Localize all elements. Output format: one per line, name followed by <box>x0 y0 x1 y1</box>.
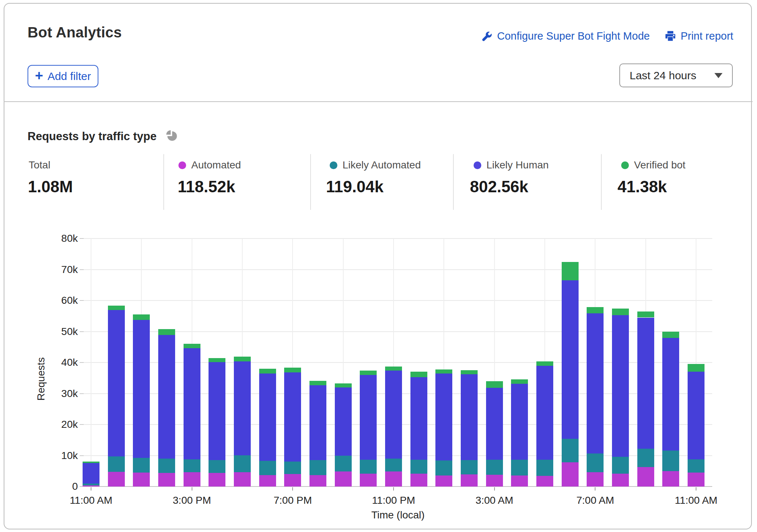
bar-segment-automated[interactable] <box>158 473 175 487</box>
stacked-bar-200pm[interactable] <box>158 329 175 487</box>
configure-super-bot-fight-mode-link[interactable]: Configure Super Bot Fight Mode <box>481 30 650 42</box>
bar-segment-likely-human[interactable] <box>309 385 326 460</box>
bar-segment-likely-automated[interactable] <box>587 453 604 472</box>
bar-segment-automated[interactable] <box>385 471 402 487</box>
stacked-bar-1200pm[interactable] <box>108 306 125 487</box>
bar-segment-automated[interactable] <box>284 474 301 487</box>
bar-segment-likely-human[interactable] <box>536 366 553 459</box>
bar-segment-likely-automated[interactable] <box>562 439 579 462</box>
bar-segment-likely-automated[interactable] <box>461 460 478 474</box>
bar-segment-automated[interactable] <box>612 474 629 487</box>
stacked-bar-700am[interactable] <box>587 307 604 487</box>
bar-segment-verified-bot[interactable] <box>385 367 402 371</box>
bar-segment-verified-bot[interactable] <box>284 368 301 373</box>
bar-segment-likely-automated[interactable] <box>83 484 99 485</box>
stacked-bar-1200am[interactable] <box>410 372 427 487</box>
bar-segment-automated[interactable] <box>108 472 125 487</box>
bar-segment-verified-bot[interactable] <box>360 371 377 375</box>
stacked-bar-1100am[interactable] <box>83 462 99 487</box>
bar-segment-verified-bot[interactable] <box>587 307 604 313</box>
bar-segment-verified-bot[interactable] <box>234 357 251 361</box>
bar-segment-automated[interactable] <box>486 475 503 487</box>
bar-segment-likely-human[interactable] <box>108 310 125 456</box>
bar-segment-automated[interactable] <box>587 472 604 487</box>
bar-segment-automated[interactable] <box>511 475 528 487</box>
bar-segment-likely-human[interactable] <box>486 388 503 459</box>
bar-segment-verified-bot[interactable] <box>158 329 175 335</box>
bar-segment-verified-bot[interactable] <box>184 344 200 348</box>
bar-segment-likely-human[interactable] <box>335 387 352 455</box>
bar-segment-verified-bot[interactable] <box>108 306 125 310</box>
bar-segment-likely-human[interactable] <box>662 338 679 451</box>
bar-segment-automated[interactable] <box>335 471 352 487</box>
add-filter-button[interactable]: + Add filter <box>28 65 98 87</box>
bar-segment-likely-human[interactable] <box>688 372 705 459</box>
bar-segment-likely-human[interactable] <box>360 375 377 460</box>
bar-segment-verified-bot[interactable] <box>536 361 553 366</box>
bar-segment-automated[interactable] <box>688 473 705 487</box>
bar-segment-verified-bot[interactable] <box>335 383 352 387</box>
time-range-select[interactable]: Last 24 hours <box>619 63 733 87</box>
bar-segment-likely-automated[interactable] <box>309 460 326 475</box>
bar-segment-likely-human[interactable] <box>83 463 99 484</box>
bar-segment-automated[interactable] <box>83 485 99 487</box>
bar-segment-automated[interactable] <box>259 475 276 487</box>
bar-segment-automated[interactable] <box>662 471 679 487</box>
bar-segment-likely-human[interactable] <box>133 320 150 458</box>
bar-segment-verified-bot[interactable] <box>511 379 528 384</box>
bar-segment-likely-automated[interactable] <box>662 451 679 471</box>
stacked-bar-1000pm[interactable] <box>360 371 377 487</box>
stacked-bar-400pm[interactable] <box>209 358 225 487</box>
stacked-bar-800pm[interactable] <box>309 381 326 487</box>
stacked-bar-500am[interactable] <box>536 361 553 487</box>
bar-segment-likely-human[interactable] <box>209 362 225 460</box>
bar-segment-verified-bot[interactable] <box>612 309 629 315</box>
stacked-bar-200am[interactable] <box>461 370 478 487</box>
bar-segment-likely-human[interactable] <box>410 377 427 460</box>
stacked-bar-900am[interactable] <box>637 311 654 487</box>
bar-segment-likely-human[interactable] <box>234 361 251 455</box>
bar-segment-likely-automated[interactable] <box>259 461 276 475</box>
bar-segment-likely-automated[interactable] <box>209 460 225 473</box>
bar-segment-verified-bot[interactable] <box>133 314 150 320</box>
bar-segment-likely-automated[interactable] <box>688 459 705 473</box>
bar-segment-likely-human[interactable] <box>562 280 579 439</box>
bar-segment-verified-bot[interactable] <box>259 369 276 374</box>
bar-segment-likely-human[interactable] <box>587 313 604 454</box>
bar-segment-likely-human[interactable] <box>612 315 629 457</box>
stacked-bar-600pm[interactable] <box>259 369 276 487</box>
bar-segment-automated[interactable] <box>435 475 452 487</box>
bar-segment-likely-automated[interactable] <box>133 458 150 473</box>
bar-segment-verified-bot[interactable] <box>688 364 705 372</box>
bar-segment-verified-bot[interactable] <box>461 370 478 374</box>
stacked-bar-500pm[interactable] <box>234 357 251 487</box>
bar-segment-automated[interactable] <box>410 474 427 487</box>
bar-segment-likely-automated[interactable] <box>612 457 629 474</box>
bar-segment-verified-bot[interactable] <box>435 369 452 374</box>
bar-segment-automated[interactable] <box>209 473 225 487</box>
bar-segment-likely-human[interactable] <box>511 384 528 460</box>
stacked-bar-700pm[interactable] <box>284 368 301 487</box>
bar-segment-likely-human[interactable] <box>284 372 301 462</box>
bar-segment-verified-bot[interactable] <box>637 311 654 318</box>
bar-segment-likely-automated[interactable] <box>637 449 654 467</box>
bar-segment-likely-human[interactable] <box>385 371 402 459</box>
bar-segment-likely-automated[interactable] <box>108 456 125 472</box>
bar-segment-automated[interactable] <box>133 473 150 487</box>
bar-segment-likely-automated[interactable] <box>410 460 427 474</box>
bar-segment-likely-automated[interactable] <box>385 459 402 471</box>
bar-segment-likely-human[interactable] <box>435 374 452 460</box>
bar-segment-likely-automated[interactable] <box>335 456 352 472</box>
stacked-bar-300pm[interactable] <box>184 344 200 487</box>
bar-segment-verified-bot[interactable] <box>410 372 427 377</box>
bar-segment-automated[interactable] <box>360 474 377 487</box>
stacked-bar-300am[interactable] <box>486 381 503 487</box>
stacked-bar-400am[interactable] <box>511 379 528 487</box>
bar-segment-verified-bot[interactable] <box>309 381 326 385</box>
bar-segment-likely-automated[interactable] <box>435 460 452 475</box>
bar-segment-automated[interactable] <box>562 462 579 487</box>
bar-segment-likely-human[interactable] <box>158 335 175 459</box>
bar-segment-likely-automated[interactable] <box>184 459 200 472</box>
stacked-bar-100am[interactable] <box>435 369 452 487</box>
stacked-bar-1100pm[interactable] <box>385 367 402 487</box>
